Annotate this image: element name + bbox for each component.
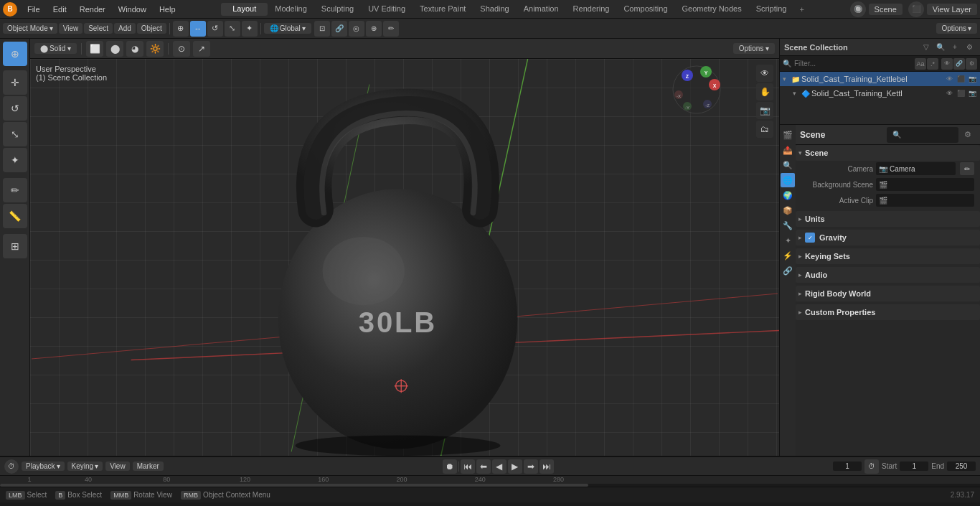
select-menu[interactable]: Select bbox=[84, 23, 113, 34]
navigation-gizmo[interactable]: X Y Z -X -Y -Z bbox=[672, 65, 722, 115]
viewport-shading-menu[interactable]: ⬤ Solid ▾ bbox=[34, 43, 77, 54]
move-tool[interactable]: ↔ bbox=[190, 21, 206, 37]
props-tab-modifiers[interactable]: 🔧 bbox=[781, 218, 795, 233]
outliner-view-icon1[interactable]: 👁 bbox=[941, 58, 953, 70]
props-tab-object[interactable]: 📦 bbox=[781, 203, 795, 217]
options-button[interactable]: Options ▾ bbox=[936, 23, 977, 34]
custom-properties-section-header[interactable]: ▸ Custom Properties bbox=[796, 304, 980, 320]
end-frame-input[interactable]: 250 bbox=[947, 462, 976, 471]
scale-tool-btn[interactable]: ⤡ bbox=[3, 122, 27, 146]
props-tab-view-layer[interactable]: 🔍 bbox=[781, 158, 795, 172]
play-reverse-btn[interactable]: ◀ bbox=[492, 459, 507, 474]
wireframe-shading[interactable]: ⬜ bbox=[86, 41, 103, 57]
add-workspace-button[interactable]: + bbox=[793, 3, 809, 16]
workspace-sculpting-tab[interactable]: Sculpting bbox=[314, 3, 361, 16]
mesh-select-toggle[interactable]: ⬛ bbox=[956, 88, 966, 98]
cursor-tool[interactable]: ⊕ bbox=[173, 21, 189, 37]
material-preview-shading[interactable]: ◕ bbox=[126, 41, 143, 57]
timeline-type-selector[interactable]: ⏱ bbox=[4, 459, 19, 474]
active-clip-value[interactable]: 🎬 bbox=[876, 194, 974, 207]
object-mode-selector[interactable]: Object Mode ▾ bbox=[3, 23, 57, 34]
outliner-filter-regex[interactable]: .* bbox=[927, 58, 938, 70]
collection-view-btn[interactable]: 🗂 bbox=[756, 121, 773, 138]
keying-menu[interactable]: Keying ▾ bbox=[67, 462, 103, 471]
outliner-search-input[interactable] bbox=[794, 60, 912, 67]
props-tab-constraints[interactable]: 🔗 bbox=[781, 263, 795, 278]
outliner-filter-case[interactable]: Aa bbox=[915, 58, 926, 70]
collection-view-toggle[interactable]: 👁 bbox=[944, 74, 954, 84]
engine-selector[interactable]: 🔘 bbox=[850, 1, 866, 17]
scale-tool[interactable]: ⤡ bbox=[225, 21, 240, 37]
rotate-tool-btn[interactable]: ↺ bbox=[3, 96, 27, 121]
props-tab-render[interactable]: 🎬 bbox=[781, 128, 795, 142]
outliner-view-icon3[interactable]: ⚙ bbox=[966, 58, 977, 70]
jump-start-btn[interactable]: ⏮ bbox=[461, 459, 475, 474]
record-btn[interactable]: ⏺ bbox=[443, 459, 457, 474]
view-layer-selector[interactable]: View Layer bbox=[927, 4, 977, 15]
annotate-tool-btn[interactable]: ✏ bbox=[3, 178, 27, 202]
object-menu[interactable]: Object bbox=[137, 23, 166, 34]
collection-select-toggle[interactable]: ⬛ bbox=[956, 74, 966, 84]
transform-tool-btn[interactable]: ✦ bbox=[3, 148, 27, 172]
props-tab-output[interactable]: 📤 bbox=[781, 143, 795, 157]
scene-selector[interactable]: Scene bbox=[869, 4, 903, 15]
menu-edit[interactable]: Edit bbox=[47, 4, 72, 15]
current-frame-input[interactable]: 1 bbox=[833, 462, 862, 471]
menu-render[interactable]: Render bbox=[74, 4, 111, 15]
viewport-overlays[interactable]: ⊙ bbox=[173, 41, 190, 57]
timeline-view-menu[interactable]: View bbox=[105, 462, 130, 471]
cursor-tool-btn[interactable]: ⊕ bbox=[3, 42, 27, 66]
viewport-gizmos[interactable]: ↗ bbox=[193, 41, 210, 57]
next-frame-btn[interactable]: ➡ bbox=[524, 459, 538, 474]
workspace-rendering-tab[interactable]: Rendering bbox=[566, 3, 617, 16]
workspace-animation-tab[interactable]: Animation bbox=[517, 3, 566, 16]
transform-tool[interactable]: ✦ bbox=[242, 21, 258, 37]
timeline-scrollbar[interactable] bbox=[0, 484, 588, 487]
collection-render-toggle[interactable]: 📷 bbox=[967, 74, 977, 84]
prev-frame-btn[interactable]: ⬅ bbox=[476, 459, 491, 474]
mesh-render-toggle[interactable]: 📷 bbox=[967, 88, 977, 98]
grease-pencil[interactable]: ✏ bbox=[383, 21, 399, 37]
camera-picker-btn[interactable]: ✏ bbox=[960, 162, 974, 175]
outliner-filter[interactable]: ▽ bbox=[920, 41, 933, 54]
menu-window[interactable]: Window bbox=[113, 4, 152, 15]
zoom-in-btn[interactable]: 👁 bbox=[756, 65, 773, 82]
props-tab-world[interactable]: 🌍 bbox=[781, 188, 795, 202]
scene-section-header[interactable]: ▾ Scene bbox=[796, 145, 980, 161]
hand-tool-btn[interactable]: ✋ bbox=[756, 83, 773, 100]
frame-options[interactable]: ⏱ bbox=[864, 459, 879, 474]
gravity-checkbox[interactable]: ✓ bbox=[805, 233, 815, 243]
properties-options[interactable]: ⚙ bbox=[960, 127, 976, 143]
proportional-edit[interactable]: ◎ bbox=[349, 21, 364, 37]
keying-sets-section-header[interactable]: ▸ Keying Sets bbox=[796, 248, 980, 264]
workspace-uv-editing-tab[interactable]: UV Editing bbox=[361, 3, 413, 16]
units-section-header[interactable]: ▸ Units bbox=[796, 211, 980, 227]
gravity-section-header[interactable]: ▸ ✓ Gravity bbox=[796, 230, 980, 245]
outliner-item-collection[interactable]: ▾ 📁 Solid_Cast_Training_Kettlebel 👁 ⬛ 📷 bbox=[780, 72, 980, 86]
pivot-point[interactable]: ⊡ bbox=[314, 21, 330, 37]
workspace-geometry-nodes-tab[interactable]: Geometry Nodes bbox=[675, 3, 749, 16]
jump-end-btn[interactable]: ⏭ bbox=[540, 459, 554, 474]
background-scene-value[interactable]: 🎬 bbox=[876, 178, 974, 191]
workspace-scripting-tab[interactable]: Scripting bbox=[749, 3, 794, 16]
snap-icon2[interactable]: ⊕ bbox=[366, 21, 382, 37]
outliner-new[interactable]: + bbox=[948, 41, 961, 54]
rendered-shading[interactable]: 🔆 bbox=[146, 41, 164, 57]
camera-view-btn[interactable]: 📷 bbox=[756, 102, 773, 119]
workspace-compositing-tab[interactable]: Compositing bbox=[616, 3, 674, 16]
add-object-btn[interactable]: ⊞ bbox=[3, 234, 27, 258]
play-btn[interactable]: ▶ bbox=[508, 459, 522, 474]
rotate-tool[interactable]: ↺ bbox=[207, 21, 223, 37]
menu-help[interactable]: Help bbox=[154, 4, 182, 15]
workspace-texture-paint-tab[interactable]: Texture Paint bbox=[413, 3, 473, 16]
properties-search-input[interactable] bbox=[903, 131, 946, 139]
properties-search[interactable]: 🔍 bbox=[887, 127, 958, 143]
3d-viewport[interactable]: ⬤ Solid ▾ ⬜ ⬤ ◕ 🔆 ⊙ ↗ Options ▾ bbox=[30, 39, 779, 456]
start-frame-input[interactable]: 1 bbox=[900, 462, 928, 471]
props-tab-physics[interactable]: ⚡ bbox=[781, 248, 795, 263]
rigid-body-world-section-header[interactable]: ▸ Rigid Body World bbox=[796, 286, 980, 301]
add-menu[interactable]: Add bbox=[114, 23, 136, 34]
workspace-modeling-tab[interactable]: Modeling bbox=[268, 3, 314, 16]
props-tab-particles[interactable]: ✦ bbox=[781, 233, 795, 248]
workspace-layout-tab[interactable]: Layout bbox=[221, 3, 268, 16]
